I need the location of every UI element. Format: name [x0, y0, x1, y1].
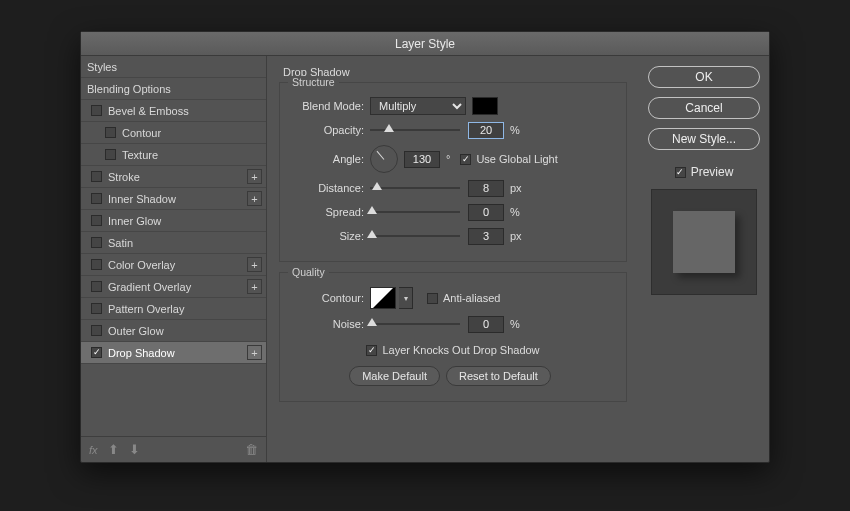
move-up-icon[interactable]: ⬆	[108, 442, 119, 457]
stroke-checkbox[interactable]	[91, 171, 102, 182]
size-input[interactable]	[468, 228, 504, 245]
reset-default-button[interactable]: Reset to Default	[446, 366, 551, 386]
outer-glow-item[interactable]: Outer Glow	[81, 320, 266, 342]
new-style-button[interactable]: New Style...	[648, 128, 760, 150]
ok-button[interactable]: OK	[648, 66, 760, 88]
contour-thumbnail[interactable]	[370, 287, 396, 309]
anti-aliased-label: Anti-aliased	[443, 292, 500, 304]
blend-mode-select[interactable]: Multiply	[370, 97, 466, 115]
inner-glow-item[interactable]: Inner Glow	[81, 210, 266, 232]
knocks-out-label: Layer Knocks Out Drop Shadow	[382, 344, 539, 356]
size-label: Size:	[292, 230, 370, 242]
blending-options-item[interactable]: Blending Options	[81, 78, 266, 100]
preview-checkbox[interactable]	[675, 167, 686, 178]
bevel-emboss-item[interactable]: Bevel & Emboss	[81, 100, 266, 122]
preview-label: Preview	[691, 165, 734, 179]
styles-header[interactable]: Styles	[81, 56, 266, 78]
drop-shadow-checkbox[interactable]	[91, 347, 102, 358]
layer-style-dialog: Layer Style Styles Blending Options Beve…	[80, 31, 770, 463]
texture-checkbox[interactable]	[105, 149, 116, 160]
gradient-overlay-add-icon[interactable]: +	[247, 279, 262, 294]
noise-unit: %	[510, 318, 520, 330]
bevel-emboss-checkbox[interactable]	[91, 105, 102, 116]
color-overlay-checkbox[interactable]	[91, 259, 102, 270]
contour-dropdown-icon[interactable]: ▾	[399, 287, 413, 309]
spread-input[interactable]	[468, 204, 504, 221]
styles-pane: Styles Blending Options Bevel & Emboss C…	[81, 56, 267, 462]
inner-shadow-checkbox[interactable]	[91, 193, 102, 204]
styles-list: Styles Blending Options Bevel & Emboss C…	[81, 56, 266, 436]
make-default-button[interactable]: Make Default	[349, 366, 440, 386]
outer-glow-checkbox[interactable]	[91, 325, 102, 336]
stroke-item[interactable]: Stroke +	[81, 166, 266, 188]
opacity-label: Opacity:	[292, 124, 370, 136]
opacity-input[interactable]	[468, 122, 504, 139]
styles-footer: fx ⬆ ⬇ 🗑	[81, 436, 266, 462]
pattern-overlay-checkbox[interactable]	[91, 303, 102, 314]
blend-mode-label: Blend Mode:	[292, 100, 370, 112]
move-down-icon[interactable]: ⬇	[129, 442, 140, 457]
size-slider[interactable]	[370, 235, 460, 237]
trash-icon[interactable]: 🗑	[245, 442, 258, 457]
contour-checkbox[interactable]	[105, 127, 116, 138]
window-title: Layer Style	[395, 37, 455, 51]
distance-input[interactable]	[468, 180, 504, 197]
spread-unit: %	[510, 206, 520, 218]
contour-label: Contour:	[292, 292, 370, 304]
distance-unit: px	[510, 182, 522, 194]
cancel-button[interactable]: Cancel	[648, 97, 760, 119]
angle-input[interactable]	[404, 151, 440, 168]
preview-box	[651, 189, 757, 295]
distance-label: Distance:	[292, 182, 370, 194]
satin-item[interactable]: Satin	[81, 232, 266, 254]
angle-dial[interactable]	[370, 145, 398, 173]
drop-shadow-item[interactable]: Drop Shadow +	[81, 342, 266, 364]
angle-unit: °	[446, 153, 450, 165]
texture-item[interactable]: Texture	[81, 144, 266, 166]
gradient-overlay-item[interactable]: Gradient Overlay +	[81, 276, 266, 298]
knocks-out-checkbox[interactable]	[366, 345, 377, 356]
use-global-light-label: Use Global Light	[476, 153, 557, 165]
opacity-slider[interactable]	[370, 129, 460, 131]
spread-slider[interactable]	[370, 211, 460, 213]
quality-group: Quality Contour: ▾ Anti-aliased Noise: %	[279, 272, 627, 402]
opacity-unit: %	[510, 124, 520, 136]
right-column: OK Cancel New Style... Preview	[639, 56, 769, 462]
drop-shadow-add-icon[interactable]: +	[247, 345, 262, 360]
angle-label: Angle:	[292, 153, 370, 165]
pattern-overlay-item[interactable]: Pattern Overlay	[81, 298, 266, 320]
inner-shadow-item[interactable]: Inner Shadow +	[81, 188, 266, 210]
size-unit: px	[510, 230, 522, 242]
satin-checkbox[interactable]	[91, 237, 102, 248]
use-global-light-checkbox[interactable]	[460, 154, 471, 165]
fx-icon[interactable]: fx	[89, 444, 98, 456]
distance-slider[interactable]	[370, 187, 460, 189]
color-overlay-add-icon[interactable]: +	[247, 257, 262, 272]
quality-legend: Quality	[288, 266, 329, 278]
noise-label: Noise:	[292, 318, 370, 330]
noise-input[interactable]	[468, 316, 504, 333]
inner-shadow-add-icon[interactable]: +	[247, 191, 262, 206]
stroke-add-icon[interactable]: +	[247, 169, 262, 184]
anti-aliased-checkbox[interactable]	[427, 293, 438, 304]
window-titlebar[interactable]: Layer Style	[81, 32, 769, 56]
color-overlay-item[interactable]: Color Overlay +	[81, 254, 266, 276]
spread-label: Spread:	[292, 206, 370, 218]
inner-glow-checkbox[interactable]	[91, 215, 102, 226]
noise-slider[interactable]	[370, 323, 460, 325]
structure-group: Structure Blend Mode: Multiply Opacity: …	[279, 82, 627, 262]
preview-swatch	[673, 211, 735, 273]
effect-settings-pane: Drop Shadow Structure Blend Mode: Multip…	[267, 56, 639, 462]
gradient-overlay-checkbox[interactable]	[91, 281, 102, 292]
shadow-color-swatch[interactable]	[472, 97, 498, 115]
structure-legend: Structure	[288, 76, 339, 88]
contour-item[interactable]: Contour	[81, 122, 266, 144]
